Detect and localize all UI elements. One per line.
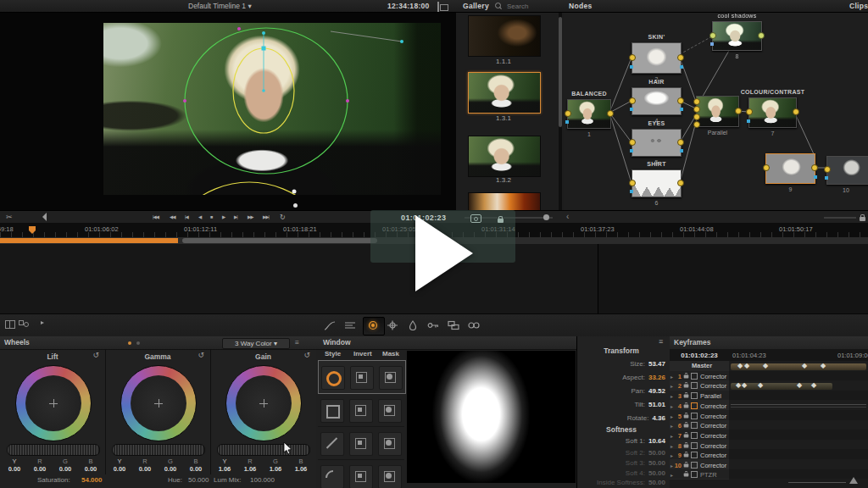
mask-button[interactable] bbox=[378, 432, 402, 456]
node-input-dot[interactable] bbox=[763, 164, 770, 171]
keyframes-track-area[interactable] bbox=[729, 361, 868, 480]
mode-dropdown[interactable]: 3 Way Color ▾ bbox=[222, 338, 290, 349]
invert-button[interactable] bbox=[349, 465, 373, 488]
keyframe-diamond[interactable]: ◆ bbox=[802, 362, 807, 369]
step-back-button[interactable]: |◀ bbox=[185, 211, 188, 224]
soft4-row[interactable]: Soft 4:50.00 bbox=[577, 469, 665, 477]
key-icon[interactable] bbox=[427, 320, 439, 332]
lock-icon[interactable] bbox=[684, 474, 689, 477]
node-balanced[interactable]: BALANCED 1 bbox=[567, 99, 611, 129]
page-dot-active[interactable] bbox=[128, 341, 131, 345]
stereo-3d-icon[interactable] bbox=[468, 320, 480, 332]
fast-reverse-button[interactable]: ◀◀ bbox=[170, 211, 175, 224]
loop-button[interactable]: ↻ bbox=[280, 211, 285, 224]
node-output-dot[interactable] bbox=[677, 97, 684, 104]
lock-icon[interactable] bbox=[684, 424, 689, 428]
node-zoom-slider[interactable] bbox=[824, 217, 856, 219]
node-output-dot[interactable] bbox=[607, 110, 614, 117]
panel-menu-icon[interactable]: ≡ bbox=[295, 336, 299, 349]
blur-icon[interactable] bbox=[407, 320, 419, 332]
inside-softness-row[interactable]: Inside Softness:50.00 bbox=[577, 479, 665, 486]
keyframe-diamond[interactable]: ◆ bbox=[737, 362, 743, 369]
step-forward-button[interactable]: ▶| bbox=[234, 211, 237, 224]
keyframes-zoom-slider[interactable] bbox=[788, 482, 846, 483]
sizing-icon[interactable] bbox=[448, 320, 459, 332]
node-key-input[interactable] bbox=[630, 65, 633, 69]
square-window-button[interactable] bbox=[320, 399, 344, 423]
window-bottom-handle[interactable] bbox=[293, 203, 298, 208]
reset-icon[interactable]: ↺ bbox=[92, 351, 99, 359]
polygon-window-button[interactable] bbox=[320, 432, 344, 456]
gallery-still[interactable] bbox=[468, 136, 541, 177]
node-input-dot[interactable] bbox=[693, 106, 700, 113]
gamma-master-slider[interactable] bbox=[112, 444, 205, 456]
node-input-dot[interactable] bbox=[629, 139, 636, 146]
qualifier-icon[interactable] bbox=[344, 320, 356, 332]
clips-corner-label[interactable]: Clips bbox=[849, 0, 868, 12]
size-row[interactable]: Size:53.47 bbox=[577, 360, 665, 368]
keyframe-row[interactable]: ▸8Corrector bbox=[670, 441, 729, 451]
keyframe-row[interactable]: ▸4Corrector bbox=[670, 402, 729, 411]
node-output-dot[interactable] bbox=[758, 32, 765, 39]
keyframe-row-ptzr[interactable]: ▸PTZR bbox=[670, 470, 729, 480]
tracker-icon[interactable] bbox=[387, 320, 398, 332]
lock-icon[interactable] bbox=[684, 375, 689, 379]
zoom-mountain-icon[interactable] bbox=[849, 477, 858, 484]
node-input-dot[interactable] bbox=[709, 32, 716, 39]
lock-icon[interactable] bbox=[684, 415, 689, 419]
invert-button[interactable] bbox=[350, 366, 374, 390]
play-overlay-button[interactable] bbox=[415, 215, 473, 291]
page-dot[interactable] bbox=[136, 341, 140, 345]
gamma-wheel[interactable] bbox=[120, 365, 197, 441]
node-key-output[interactable] bbox=[814, 175, 817, 179]
soft3-row[interactable]: Soft 3:50.00 bbox=[577, 459, 665, 467]
node-output-dot[interactable] bbox=[677, 54, 684, 61]
gain-master-slider[interactable] bbox=[217, 444, 310, 456]
keyframe-row[interactable]: ▸2Corrector bbox=[670, 381, 729, 391]
scissors-icon[interactable]: ✂ bbox=[6, 213, 13, 221]
node-key-input[interactable] bbox=[630, 108, 633, 111]
keyframe-diamond[interactable]: ◆ bbox=[811, 381, 816, 389]
keyframe-diamond[interactable]: ◆ bbox=[744, 362, 749, 369]
saturation-value[interactable]: 54.000 bbox=[81, 476, 102, 484]
reset-icon[interactable]: ↺ bbox=[198, 351, 204, 359]
keyframe-row[interactable]: ▸6Corrector bbox=[670, 421, 729, 430]
node-hair[interactable]: HAIR 4 bbox=[632, 87, 682, 115]
keyframe-row[interactable]: ▸1Corrector bbox=[670, 372, 729, 381]
node-key-output[interactable] bbox=[680, 108, 683, 111]
circle-window-button[interactable] bbox=[321, 366, 345, 390]
node-input-dot[interactable] bbox=[629, 180, 636, 186]
gallery-still[interactable] bbox=[468, 15, 541, 57]
node-10[interactable]: 10 bbox=[826, 156, 868, 185]
node-key-input[interactable] bbox=[630, 149, 633, 152]
node-output-dot[interactable] bbox=[677, 180, 684, 186]
keyframe-diamond[interactable]: ◆ bbox=[821, 362, 826, 369]
node-eyes[interactable]: EYES 5 bbox=[632, 129, 682, 157]
gallery-zoom-handle[interactable] bbox=[543, 214, 549, 220]
node-input-dot[interactable] bbox=[629, 97, 636, 104]
lock-icon[interactable] bbox=[684, 395, 689, 398]
node-output-dot[interactable] bbox=[811, 164, 818, 171]
node-output-dot[interactable] bbox=[793, 108, 799, 115]
scrollbar-thumb[interactable] bbox=[182, 238, 377, 243]
soft2-row[interactable]: Soft 2:50.00 bbox=[577, 449, 665, 457]
keyframe-row[interactable]: ▸5Corrector bbox=[670, 412, 729, 421]
lock-icon[interactable] bbox=[684, 435, 689, 438]
node-parallel-mixer[interactable]: Parallel bbox=[696, 96, 739, 127]
node-cool-shadows[interactable]: cool shadows 8 bbox=[712, 21, 762, 51]
lift-wheel[interactable] bbox=[15, 365, 92, 441]
lock-icon[interactable] bbox=[684, 445, 689, 448]
lock-icon[interactable] bbox=[860, 217, 865, 221]
lock-icon[interactable] bbox=[684, 454, 689, 458]
node-output-dot[interactable] bbox=[677, 139, 684, 146]
tilt-row[interactable]: Tilt:51.01 bbox=[577, 401, 665, 408]
mask-button[interactable] bbox=[378, 465, 402, 488]
curves-icon[interactable] bbox=[324, 320, 336, 332]
node-input-dot[interactable] bbox=[629, 54, 636, 61]
invert-button[interactable] bbox=[349, 432, 373, 456]
lift-master-slider[interactable] bbox=[7, 444, 100, 456]
window-mask-preview[interactable] bbox=[407, 351, 576, 483]
keyframe-row[interactable]: ▸10Corrector bbox=[670, 461, 729, 470]
node-colour-contrast[interactable]: COLOUR/CONTRAST 7 bbox=[748, 97, 797, 128]
play-reverse-button[interactable]: ◀ bbox=[198, 211, 201, 224]
